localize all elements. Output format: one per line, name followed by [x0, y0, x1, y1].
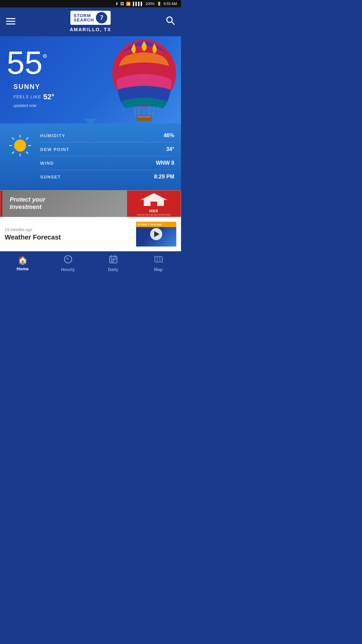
feels-like-row: FEELS LIKE 52°: [13, 93, 54, 101]
play-icon: [154, 231, 160, 237]
svg-point-22: [67, 259, 68, 260]
svg-rect-29: [114, 259, 116, 260]
home-icon: 🏠: [18, 256, 28, 265]
skycam-text: STORM 7 SKYCAM: [137, 223, 162, 226]
svg-line-14: [26, 152, 28, 154]
temperature-value: 55: [7, 47, 43, 79]
svg-line-6: [149, 108, 150, 116]
detail-rows: HUMIDITY 46% DEW POINT 34° WIND WNW 8 SU…: [40, 129, 174, 183]
logo-search: SEARCH: [74, 18, 94, 22]
humidity-value: 46%: [164, 132, 174, 139]
svg-marker-32: [155, 256, 162, 262]
update-time: updated now: [13, 103, 54, 108]
temperature-degree: °: [43, 52, 47, 66]
battery-icon: 🔋: [157, 2, 162, 6]
balloon-image: [77, 36, 181, 123]
feels-like-label: FEELS LIKE: [13, 94, 41, 99]
svg-rect-8: [137, 116, 151, 118]
hero-section: 55 ° SUNNY FEELS LIKE 52° updated now: [0, 36, 181, 123]
svg-rect-31: [113, 261, 114, 262]
ad-left: Protect yourInvestment: [0, 191, 127, 217]
logo-badge: 7: [96, 12, 107, 23]
temperature-display: 55 °: [7, 47, 54, 79]
sun-icon: [7, 132, 34, 160]
sunset-value: 8:29 PM: [154, 174, 174, 180]
svg-line-1: [172, 22, 174, 24]
news-time: 19 minutes ago: [5, 227, 132, 232]
wind-value: WNW 8: [156, 160, 174, 166]
svg-point-17: [14, 140, 26, 152]
feels-like-value: 52°: [43, 93, 54, 101]
svg-line-13: [12, 138, 14, 140]
ad-banner[interactable]: Protect yourInvestment HBR HOUSTON BLDG …: [0, 190, 181, 217]
daily-icon: [109, 255, 118, 266]
weather-condition: SUNNY: [13, 83, 54, 91]
svg-rect-30: [111, 261, 112, 262]
svg-line-5: [138, 108, 139, 116]
dewpoint-value: 34°: [166, 146, 174, 152]
logo-box: STORM SEARCH 7: [70, 10, 112, 25]
map-icon: [154, 255, 163, 266]
hero-weather-text: 55 ° SUNNY FEELS LIKE 52° updated now: [7, 47, 54, 108]
hamburger-line2: [6, 21, 15, 22]
wind-label: WIND: [40, 161, 54, 166]
play-button[interactable]: [150, 228, 162, 240]
nav-hourly-label: Hourly: [61, 267, 75, 272]
dewpoint-label: DEW POINT: [40, 147, 69, 152]
svg-rect-20: [150, 202, 157, 206]
ad-text: Protect yourInvestment: [10, 196, 45, 211]
nav-home[interactable]: 🏠 Home: [0, 252, 45, 275]
ad-red-bar: [0, 191, 2, 217]
city-name: AMARILLO, TX: [70, 27, 111, 32]
detail-panel: HUMIDITY 46% DEW POINT 34° WIND WNW 8 SU…: [0, 123, 181, 190]
image-icon: 🖼: [120, 2, 124, 6]
hamburger-line1: [6, 18, 15, 19]
wifi-icon: 📶: [126, 2, 131, 6]
battery-percent: 100%: [145, 2, 155, 6]
nav-map[interactable]: Map: [136, 252, 181, 275]
humidity-label: HUMIDITY: [40, 133, 65, 138]
upload-icon: ⬆: [115, 2, 118, 6]
time: 9:55 AM: [164, 2, 177, 6]
logo-area: STORM SEARCH 7 AMARILLO, TX: [70, 10, 112, 32]
nav-daily[interactable]: Daily: [90, 252, 136, 275]
logo-text: STORM SEARCH: [74, 13, 94, 22]
svg-rect-28: [113, 259, 114, 260]
dewpoint-row: DEW POINT 34°: [40, 143, 174, 156]
status-bar: ⬆ 🖼 📶 ▌▌▌▌ 100% 🔋 9:55 AM: [0, 0, 181, 7]
search-icon: [166, 16, 175, 25]
menu-button[interactable]: [6, 18, 15, 24]
news-thumb-inner: STORM 7 SKYCAM: [136, 222, 176, 247]
svg-line-16: [12, 152, 14, 154]
hourly-icon: [64, 255, 72, 266]
nav-daily-label: Daily: [108, 267, 118, 272]
svg-line-15: [26, 138, 28, 140]
news-text-area: 19 minutes ago Weather Forecast: [5, 227, 132, 241]
humidity-row: HUMIDITY 46%: [40, 129, 174, 143]
svg-rect-27: [111, 259, 112, 260]
ad-logo-line2: HOUSTON BLDG ROOFING: [137, 214, 171, 216]
search-button[interactable]: [166, 16, 175, 26]
weather-info: SUNNY FEELS LIKE 52° updated now: [13, 79, 54, 108]
ad-logo-svg: [134, 192, 174, 208]
ad-right: HBR HOUSTON BLDG ROOFING: [127, 191, 181, 217]
sunset-row: SUNSET 8:29 PM: [40, 170, 174, 183]
signal-icon: ▌▌▌▌: [133, 2, 143, 6]
bottom-nav: 🏠 Home Hourly Daily: [0, 251, 181, 275]
svg-line-3: [134, 107, 136, 115]
svg-line-4: [153, 107, 154, 115]
news-thumbnail[interactable]: STORM 7 SKYCAM: [136, 222, 176, 247]
ad-logo-line1: HBR: [149, 209, 159, 213]
header: STORM SEARCH 7 AMARILLO, TX: [0, 7, 181, 36]
wind-row: WIND WNW 8: [40, 156, 174, 170]
hamburger-line3: [6, 23, 15, 24]
skycam-bar: STORM 7 SKYCAM: [136, 222, 176, 227]
nav-hourly[interactable]: Hourly: [45, 252, 90, 275]
chevron-down-icon: [84, 119, 97, 124]
news-item[interactable]: 19 minutes ago Weather Forecast STORM 7 …: [0, 217, 181, 251]
nav-home-label: Home: [16, 266, 28, 271]
svg-marker-18: [140, 193, 167, 200]
news-title: Weather Forecast: [5, 233, 132, 241]
nav-map-label: Map: [154, 267, 163, 272]
sunset-label: SUNSET: [40, 174, 61, 179]
